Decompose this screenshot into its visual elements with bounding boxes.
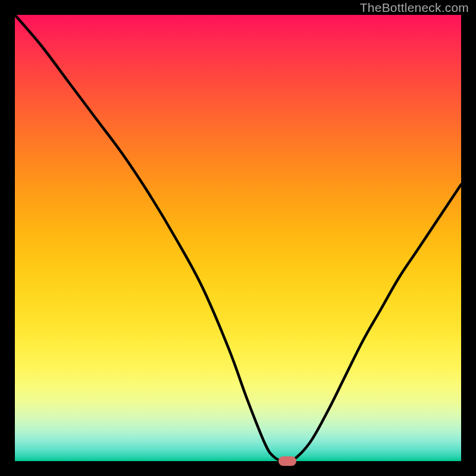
bottleneck-curve-path xyxy=(15,15,461,461)
watermark-label: TheBottleneck.com xyxy=(360,1,469,14)
curve-svg xyxy=(15,15,461,461)
min-marker xyxy=(278,456,296,466)
chart-frame: TheBottleneck.com xyxy=(0,0,476,476)
plot-area xyxy=(15,15,461,461)
